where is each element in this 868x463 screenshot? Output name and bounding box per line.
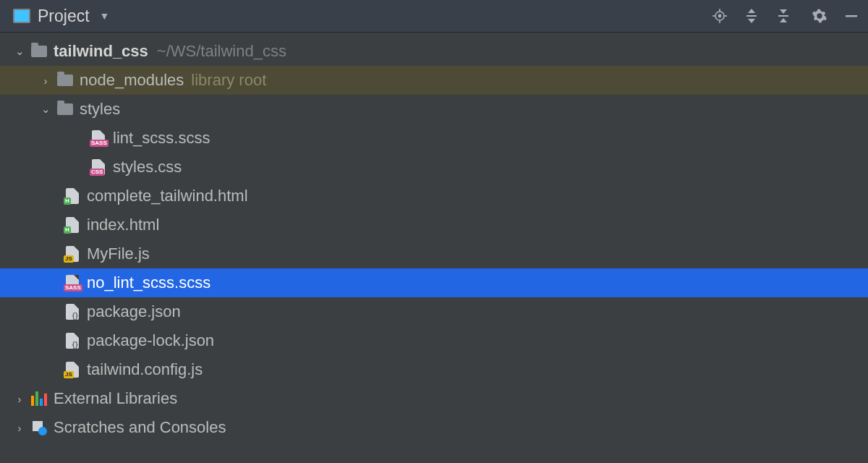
folder-icon: [29, 43, 49, 60]
tree-file[interactable]: JS tailwind.config.js: [0, 355, 868, 384]
svg-marker-10: [780, 9, 787, 14]
locate-icon[interactable]: [712, 8, 728, 24]
html-file-icon: H: [62, 216, 82, 234]
svg-rect-9: [778, 15, 788, 17]
tree-label: package-lock.json: [87, 331, 214, 350]
tree-root[interactable]: ⌄ tailwind_css ~/WS/tailwind_css: [0, 37, 868, 66]
folder-icon: [55, 101, 75, 118]
expand-all-icon[interactable]: [744, 8, 760, 24]
tree-label: MyFile.js: [87, 245, 150, 263]
tree-label: tailwind.config.js: [87, 360, 203, 379]
tree-label: index.html: [87, 216, 159, 234]
tree-external-libraries[interactable]: › External Libraries: [0, 384, 868, 413]
svg-marker-7: [748, 9, 755, 13]
chevron-right-icon[interactable]: ›: [36, 75, 55, 87]
collapse-all-icon[interactable]: [775, 8, 791, 24]
tree-file-selected[interactable]: SASS no_lint_scss.scss: [0, 268, 868, 297]
sass-file-icon: SASS: [62, 274, 82, 292]
chevron-down-icon[interactable]: ⌄: [10, 45, 29, 58]
chevron-right-icon[interactable]: ›: [10, 393, 29, 405]
tree-file[interactable]: JS MyFile.js: [0, 239, 868, 268]
js-file-icon: JS: [62, 245, 82, 263]
folder-icon: [55, 72, 75, 89]
scratches-icon: [29, 419, 49, 436]
tree-file[interactable]: H index.html: [0, 211, 868, 239]
tree-label: package.json: [87, 302, 181, 321]
tree-file[interactable]: SASS lint_scss.scss: [0, 124, 868, 153]
tree-path: ~/WS/tailwind_css: [157, 42, 286, 61]
sass-file-icon: SASS: [88, 129, 109, 147]
chevron-right-icon[interactable]: ›: [10, 422, 29, 434]
tree-label: node_modules: [80, 71, 184, 90]
json-file-icon: {}: [62, 332, 82, 349]
tree-file[interactable]: {} package-lock.json: [0, 326, 868, 355]
css-file-icon: CSS: [88, 158, 109, 176]
svg-rect-12: [846, 15, 857, 17]
tree-label: Scratches and Consoles: [54, 418, 226, 437]
svg-rect-6: [746, 15, 757, 17]
chevron-down-icon[interactable]: ▼: [100, 10, 110, 22]
js-file-icon: JS: [62, 361, 82, 378]
panel-title: Project: [38, 7, 90, 26]
tree-label: styles: [80, 100, 120, 119]
html-file-icon: H: [62, 187, 82, 205]
tree-folder-styles[interactable]: ⌄ styles: [0, 95, 868, 124]
libraries-icon: [29, 390, 49, 407]
project-tree[interactable]: ⌄ tailwind_css ~/WS/tailwind_css › node_…: [0, 33, 868, 442]
tree-file[interactable]: H complete_tailwind.html: [0, 182, 868, 211]
tree-label: no_lint_scss.scss: [87, 273, 210, 292]
tree-file[interactable]: CSS styles.css: [0, 153, 868, 182]
gear-icon[interactable]: [812, 8, 827, 24]
panel-title-group[interactable]: Project ▼: [13, 7, 109, 26]
project-icon: [13, 9, 30, 23]
tree-label: External Libraries: [54, 389, 177, 408]
panel-toolbar: [712, 8, 859, 24]
chevron-down-icon[interactable]: ⌄: [36, 103, 55, 116]
tree-label: tailwind_css: [54, 42, 148, 61]
tree-label: styles.css: [113, 158, 182, 177]
tree-label: complete_tailwind.html: [87, 187, 248, 205]
svg-marker-8: [748, 19, 755, 23]
svg-point-1: [718, 14, 720, 17]
panel-header: Project ▼: [0, 0, 868, 33]
minimize-icon[interactable]: [843, 8, 859, 24]
tree-folder-node-modules[interactable]: › node_modules library root: [0, 66, 868, 95]
tree-file[interactable]: {} package.json: [0, 297, 868, 326]
tree-hint: library root: [191, 71, 266, 90]
tree-label: lint_scss.scss: [113, 129, 210, 148]
tree-scratches[interactable]: › Scratches and Consoles: [0, 413, 868, 442]
svg-marker-11: [780, 18, 787, 22]
json-file-icon: {}: [62, 303, 82, 320]
